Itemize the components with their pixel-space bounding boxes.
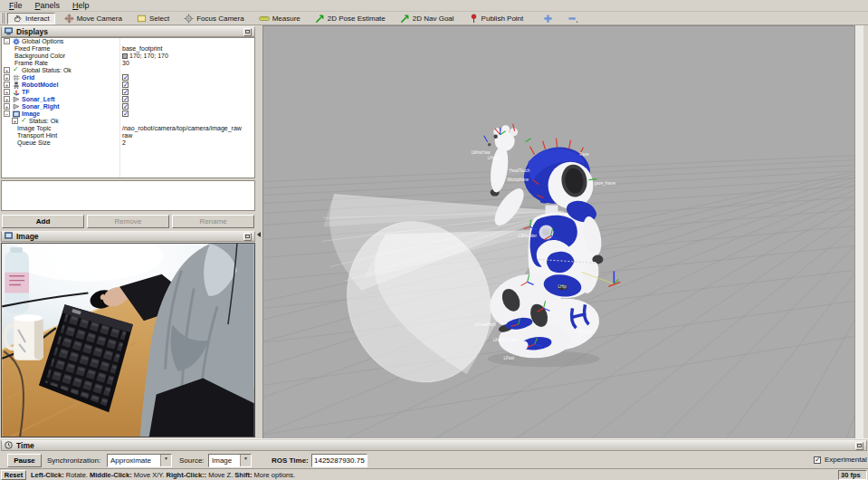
rename-display-button[interactable]: Rename [172,215,254,228]
queue-size-value[interactable]: 2 [122,139,126,147]
tree-row-fixed-frame[interactable]: Fixed Frame base_footprint [2,45,254,53]
add-display-button[interactable]: Add [2,215,84,228]
menu-bar: File Panels Help [0,0,868,12]
image-topic-value[interactable]: /nao_robot/camera/top/camera/image_raw [122,125,242,132]
expander[interactable]: + [4,67,10,73]
displays-panel-titlebar[interactable]: Displays [1,26,255,37]
tf-checkbox[interactable] [122,89,129,95]
pause-button[interactable]: Pause [7,454,42,467]
robot-icon [13,82,20,89]
tree-row-frame-rate[interactable]: Frame Rate 30 [2,60,254,67]
expander[interactable]: + [4,74,10,81]
source-combo[interactable]: Image [208,454,252,467]
collapsed-side-panel[interactable] [854,25,863,438]
check-icon [13,66,20,73]
float-button-icon[interactable] [855,442,863,450]
tf-axes-icon [13,89,20,96]
expander[interactable]: − [4,110,10,117]
transport-hint-value[interactable]: raw [122,132,132,139]
move-camera-tool-button[interactable]: Move Camera [59,13,128,24]
display-description-box [1,180,255,211]
focus-camera-tool-button[interactable]: Focus Camera [178,13,249,24]
tree-row-global-options[interactable]: − Global Options [2,38,254,45]
expander[interactable]: − [4,38,10,44]
svg-text:LFoot: LFoot [504,356,515,360]
tree-row-image[interactable]: − Image [2,110,254,118]
tree-row-image-status[interactable]: + Status: Ok [2,118,254,125]
time-panel-titlebar[interactable]: Time [1,440,867,451]
expander[interactable]: + [4,89,10,95]
menu-panels[interactable]: Panels [30,0,66,11]
render-viewport-3d[interactable]: LWristYaw LHand HeadTouch Microphone Fac… [262,25,854,438]
status-bar: Reset Left-Click: Rotate. Middle-Click: … [0,468,868,480]
move-camera-icon [64,14,74,24]
focus-camera-icon [184,14,194,24]
camera-image-view [1,243,255,437]
display-buttons-row: Add Remove Rename [0,215,256,229]
sonar-left-checkbox[interactable] [122,96,129,102]
publish-point-tool-button[interactable]: Publish Point [463,13,529,24]
image-checkbox[interactable] [122,110,129,117]
sync-combo[interactable]: Approximate [107,454,172,467]
expander[interactable]: + [4,103,10,110]
expander[interactable]: + [4,82,10,88]
chevron-down-icon[interactable] [160,455,171,466]
float-button-icon[interactable] [243,28,252,36]
menu-help[interactable]: Help [67,0,95,11]
toolbar-grip[interactable] [1,13,5,24]
select-tool-button[interactable]: Select [131,13,175,24]
pose-arrow-icon [315,14,325,24]
fps-indicator: 30 fps [838,470,867,480]
tree-row-transport-hint[interactable]: Transport Hint raw [2,132,254,139]
svg-text:LWristYaw: LWristYaw [472,150,491,155]
interact-tool-button[interactable]: Interact [7,13,55,24]
panel-splitter[interactable] [256,25,262,438]
publish-pin-icon [469,14,479,24]
check-icon [21,117,28,124]
tree-row-background-color[interactable]: Background Color 170; 170; 170 [2,53,254,60]
source-label: Source: [179,456,205,465]
hand-icon [13,14,23,24]
select-box-icon [137,14,147,24]
fixed-frame-value[interactable]: base_footprint [122,45,162,53]
menu-file[interactable]: File [4,0,28,11]
measure-tool-button[interactable]: Measure [253,13,306,24]
rviz-window: File Panels Help Interact Move Camera Se… [0,0,868,480]
remove-display-button[interactable]: Remove [87,215,169,228]
grid-checkbox[interactable] [122,74,129,81]
experimental-checkbox[interactable]: Experimental [814,456,867,464]
displays-tree: − Global Options Fixed Frame base_footpr… [1,37,255,178]
displays-panel-title: Displays [16,27,48,36]
checkbox-icon[interactable] [814,456,821,464]
svg-text:LFootBumper: LFootBumper [493,338,519,342]
background-color-value[interactable]: 170; 170; 170 [122,53,168,60]
svg-text:LHip: LHip [558,284,568,289]
pose-estimate-tool-button[interactable]: 2D Pose Estimate [310,13,391,24]
reset-button[interactable]: Reset [1,470,26,480]
robotmodel-checkbox[interactable] [122,82,129,88]
add-tool-button[interactable] [538,13,558,24]
svg-text:LKneePitch: LKneePitch [475,322,496,327]
image-panel-title: Image [16,232,39,241]
ros-time-label: ROS Time: [272,456,309,465]
minus-icon [568,14,578,24]
collapse-arrow-icon[interactable] [257,232,261,237]
time-panel: Time Pause Synchronization: Approximate … [0,438,868,468]
nav-goal-tool-button[interactable]: 2D Nav Goal [395,13,460,24]
image-panel-titlebar[interactable]: Image [1,231,255,242]
time-panel-title: Time [16,441,34,450]
frame-rate-value[interactable]: 30 [122,60,129,67]
sonar-right-checkbox[interactable] [122,103,129,110]
tree-row-image-topic[interactable]: Image Topic /nao_robot/camera/top/camera… [2,125,254,132]
chevron-down-icon[interactable] [240,455,251,466]
tree-row-queue-size[interactable]: Queue Size 2 [2,139,254,147]
clock-icon [5,441,13,451]
monitor-icon [5,27,13,37]
expander[interactable]: + [4,96,10,102]
float-button-icon[interactable] [243,233,252,241]
ros-time-field[interactable] [311,454,367,467]
svg-text:LHand: LHand [488,156,501,160]
remove-tool-button[interactable] [562,13,584,24]
plus-icon [543,14,553,24]
expander[interactable]: + [12,118,18,124]
